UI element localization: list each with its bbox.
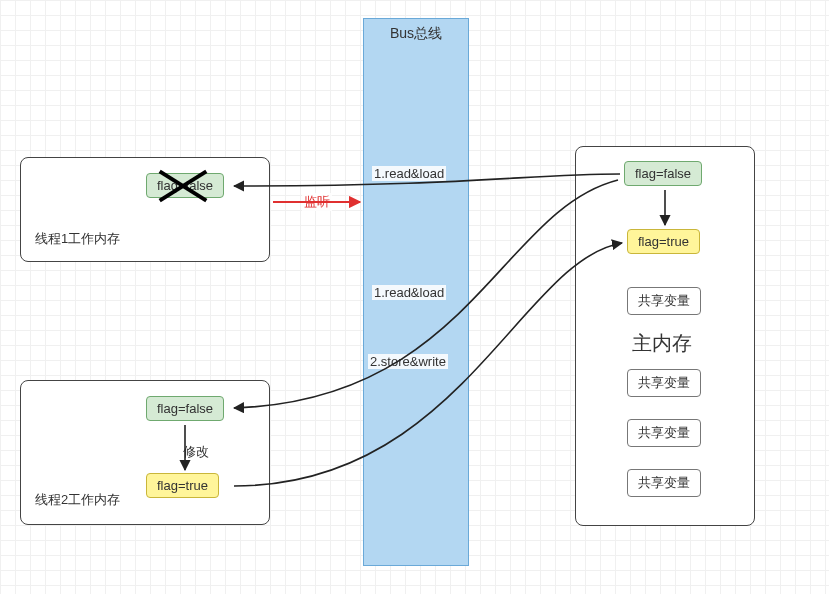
mainmem-shared-1-text: 共享变量 <box>638 293 690 308</box>
edge-label-listen: 监听 <box>302 193 332 211</box>
mainmem-shared-4: 共享变量 <box>627 469 701 497</box>
edge-label-store-write: 2.store&write <box>368 354 448 369</box>
mainmem-shared-2-text: 共享变量 <box>638 375 690 390</box>
bus-title: Bus总线 <box>390 25 442 41</box>
thread2-modify-label: 修改 <box>181 443 211 461</box>
mainmem-shared-1: 共享变量 <box>627 287 701 315</box>
mainmem-shared-4-text: 共享变量 <box>638 475 690 490</box>
mainmem-title: 主内存 <box>632 330 692 357</box>
thread2-flag-after-text: flag=true <box>157 478 208 493</box>
thread1-title: 线程1工作内存 <box>33 230 122 248</box>
thread2-box: flag=false 修改 flag=true 线程2工作内存 <box>20 380 270 525</box>
thread2-flag-before-tag: flag=false <box>146 396 224 421</box>
thread1-box: flag=false 线程1工作内存 <box>20 157 270 262</box>
mainmem-shared-2: 共享变量 <box>627 369 701 397</box>
edge-label-read-load-2: 1.read&load <box>372 285 446 300</box>
edge-label-read-load-1: 1.read&load <box>372 166 446 181</box>
thread2-title: 线程2工作内存 <box>33 491 122 509</box>
thread2-flag-before-text: flag=false <box>157 401 213 416</box>
mainmem-flag-before-tag: flag=false <box>624 161 702 186</box>
thread2-flag-after-tag: flag=true <box>146 473 219 498</box>
mainmem-flag-after-tag: flag=true <box>627 229 700 254</box>
diagram-canvas: Bus总线 flag=false 线程1工作内存 flag=false 修改 f… <box>0 0 829 594</box>
main-memory-box: flag=false flag=true 共享变量 主内存 共享变量 共享变量 … <box>575 146 755 526</box>
thread1-flag-text: flag=false <box>157 178 213 193</box>
thread1-flag-tag: flag=false <box>146 173 224 198</box>
mainmem-shared-3: 共享变量 <box>627 419 701 447</box>
mainmem-flag-before-text: flag=false <box>635 166 691 181</box>
mainmem-shared-3-text: 共享变量 <box>638 425 690 440</box>
mainmem-flag-after-text: flag=true <box>638 234 689 249</box>
